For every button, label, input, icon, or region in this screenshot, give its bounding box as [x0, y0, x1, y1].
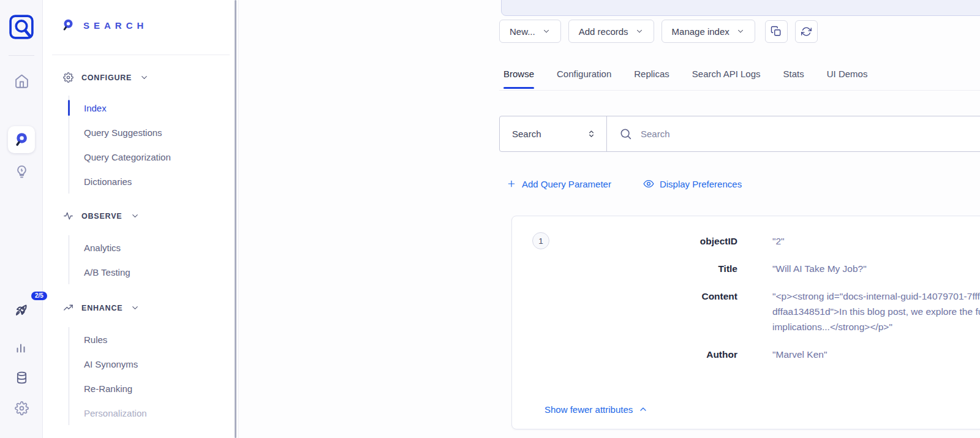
record-card: 1 objectID "2" Title "Will AI Take My Jo… — [511, 216, 980, 429]
main-content: New... Add records Manage index Browse C… — [239, 0, 980, 438]
search-pin-icon — [61, 18, 75, 32]
search-pin-icon — [13, 132, 29, 148]
gear-icon — [63, 72, 74, 83]
tab-search-api-logs[interactable]: Search API Logs — [692, 69, 761, 89]
sidebar-item-dictionaries[interactable]: Dictionaries — [69, 169, 171, 194]
show-fewer-attributes-link[interactable]: Show fewer attributes — [545, 404, 648, 415]
attribute-name: Content — [512, 289, 737, 334]
refresh-icon — [801, 26, 812, 37]
home-icon — [14, 74, 29, 89]
index-tabs: Browse Configuration Replicas Search API… — [503, 69, 867, 89]
eye-icon — [643, 178, 654, 189]
tab-configuration[interactable]: Configuration — [557, 69, 611, 89]
sidebar-item-ai-synonyms[interactable]: AI Synonyms — [69, 352, 147, 376]
rail-item-search[interactable] — [8, 126, 35, 153]
index-selector-bar[interactable] — [501, 0, 980, 16]
attribute-row-author: Author "Marvel Ken" — [512, 347, 980, 362]
sidebar-item-analytics[interactable]: Analytics — [69, 235, 130, 260]
icon-rail: 2/5 — [0, 0, 43, 438]
attribute-value: "Will AI Take My Job?" — [772, 261, 980, 276]
search-icon — [619, 127, 632, 140]
record-attributes: objectID "2" Title "Will AI Take My Job?… — [512, 233, 980, 374]
add-query-parameter-link[interactable]: Add Query Parameter — [507, 179, 611, 189]
sidebar-item-index[interactable]: Index — [69, 96, 171, 120]
product-title: SEARCH — [83, 20, 148, 31]
add-records-button[interactable]: Add records — [568, 20, 654, 43]
chevron-up-icon — [638, 404, 648, 414]
sidebar-divider — [52, 55, 230, 55]
sidebar-item-ab-testing[interactable]: A/B Testing — [69, 260, 130, 284]
sidebar-item-query-suggestions[interactable]: Query Suggestions — [69, 120, 171, 145]
chevron-down-icon — [736, 27, 745, 36]
rail-divider — [9, 55, 34, 56]
section-label: CONFIGURE — [81, 74, 132, 82]
gear-icon — [15, 401, 29, 415]
tab-stats[interactable]: Stats — [783, 69, 804, 89]
sidebar: SEARCH CONFIGURE Index Query Suggestions… — [43, 0, 239, 438]
configure-items: Index Query Suggestions Query Categoriza… — [69, 96, 171, 194]
sidebar-item-query-categorization[interactable]: Query Categorization — [69, 145, 171, 169]
enhance-items: Rules AI Synonyms Re-Ranking Personaliza… — [69, 327, 147, 425]
tab-browse[interactable]: Browse — [503, 69, 534, 89]
tab-ui-demos[interactable]: UI Demos — [827, 69, 868, 89]
chevron-down-icon — [635, 27, 644, 36]
activity-icon — [63, 211, 74, 221]
sidebar-item-re-ranking[interactable]: Re-Ranking — [69, 376, 147, 401]
search-query-area: 1 hit matched in 1 ms — [607, 116, 980, 151]
refresh-button[interactable] — [795, 20, 818, 43]
section-observe[interactable]: OBSERVE — [63, 211, 140, 221]
sort-chevrons-icon — [586, 129, 597, 139]
copy-icon — [771, 26, 782, 37]
chevron-down-icon — [140, 73, 149, 82]
index-toolbar: New... Add records Manage index — [499, 20, 818, 43]
display-preferences-link[interactable]: Display Preferences — [643, 178, 742, 189]
observe-items: Analytics A/B Testing — [69, 235, 130, 284]
record-footer: Show fewer attributes — [545, 396, 980, 423]
rocket-icon — [13, 302, 29, 318]
section-configure[interactable]: CONFIGURE — [63, 72, 149, 83]
rail-item-home[interactable] — [8, 67, 35, 94]
product-header: SEARCH — [61, 18, 148, 32]
section-label: OBSERVE — [81, 212, 123, 221]
search-input[interactable] — [641, 129, 980, 139]
attribute-name: Author — [512, 347, 737, 362]
section-enhance[interactable]: ENHANCE — [63, 303, 140, 313]
tab-replicas[interactable]: Replicas — [634, 69, 669, 89]
rail-item-data[interactable] — [8, 364, 35, 391]
attribute-value: "Marvel Ken" — [772, 347, 980, 362]
database-icon — [15, 371, 29, 385]
bar-chart-icon — [14, 341, 29, 355]
attribute-value: "<p><strong id="docs-internal-guid-14079… — [772, 289, 980, 334]
sidebar-scrollbar[interactable] — [235, 0, 236, 438]
section-label: ENHANCE — [81, 304, 123, 312]
chevron-down-icon — [542, 27, 551, 36]
rail-item-getting-started[interactable]: 2/5 — [8, 296, 35, 323]
attribute-row-content: Content "<p><strong id="docs-internal-gu… — [512, 289, 980, 334]
attribute-name: Title — [512, 261, 737, 276]
sidebar-item-personalization[interactable]: Personalization — [69, 401, 147, 425]
attribute-row-title: Title "Will AI Take My Job?" — [512, 261, 980, 276]
copy-index-button[interactable] — [765, 20, 788, 43]
rail-item-settings[interactable] — [8, 395, 35, 421]
trending-up-icon — [63, 303, 74, 313]
rail-item-recommend[interactable] — [8, 158, 35, 185]
attribute-value: "2" — [772, 233, 980, 249]
search-bar: Search 1 hit matched in 1 ms — [499, 116, 980, 152]
query-parameter-links: Add Query Parameter Display Preferences — [507, 175, 742, 192]
sidebar-item-rules[interactable]: Rules — [69, 327, 147, 352]
new-button[interactable]: New... — [499, 20, 561, 43]
plus-icon — [507, 179, 516, 189]
algolia-dashboard: 2/5 SEARCH CONFIGURE Index Query Suggest… — [0, 0, 980, 438]
chevron-down-icon — [130, 211, 140, 221]
rail-item-analytics[interactable] — [8, 334, 35, 361]
attribute-row-objectid: objectID "2" — [512, 233, 980, 249]
manage-index-button[interactable]: Manage index — [662, 20, 755, 43]
usage-badge: 2/5 — [31, 292, 47, 300]
lightbulb-icon — [14, 164, 29, 179]
search-scope-select[interactable]: Search — [500, 116, 607, 151]
chevron-down-icon — [130, 303, 140, 312]
search-scope-value: Search — [512, 129, 586, 139]
attribute-name: objectID — [512, 233, 737, 249]
algolia-logo-icon[interactable] — [8, 13, 35, 40]
tabs-divider — [499, 90, 980, 91]
